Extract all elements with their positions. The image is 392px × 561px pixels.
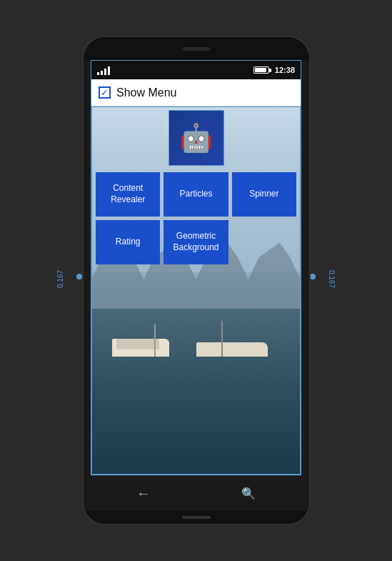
geometric-background-button[interactable]: Geometric Background (164, 220, 228, 264)
battery-time-group: 12:38 (253, 66, 295, 74)
content-revealer-button[interactable]: Content Revealer (96, 172, 160, 217)
main-content-area: 🤖 Content Revealer Particles Spinner Rat… (91, 106, 301, 475)
rating-button[interactable]: Rating (96, 220, 160, 264)
phone-shell: 12:38 ✓ Show Menu (82, 36, 311, 525)
back-button[interactable]: ← (122, 480, 165, 507)
status-time: 12:38 (275, 66, 295, 74)
particles-button[interactable]: Particles (164, 172, 228, 217)
annotation-left: 0.167 (56, 270, 64, 288)
phone-top-speaker (84, 37, 309, 60)
button-grid: Content Revealer Particles Spinner Ratin… (96, 172, 296, 264)
page-container: 0.167 0.167 0.10 0.167 0.10 0.167 (0, 0, 392, 561)
annotation-right: 0.167 (328, 270, 336, 288)
phone-screen: 12:38 ✓ Show Menu (91, 60, 301, 475)
signal-indicator (97, 65, 110, 75)
show-menu-checkbox[interactable]: ✓ (99, 86, 111, 99)
phone-home-bar (84, 511, 309, 524)
search-button[interactable]: 🔍 (227, 481, 270, 506)
menu-bar[interactable]: ✓ Show Menu (91, 79, 301, 106)
status-bar: 12:38 (91, 61, 301, 79)
search-icon: 🔍 (241, 487, 256, 500)
battery-icon (253, 66, 271, 74)
spinner-button[interactable]: Spinner (232, 172, 296, 217)
lego-thumbnail: 🤖 (169, 110, 224, 166)
show-menu-label: Show Menu (116, 86, 177, 99)
handle-right (310, 274, 316, 279)
bottom-nav: ← 🔍 (91, 475, 301, 511)
lego-figure-icon: 🤖 (179, 122, 213, 154)
